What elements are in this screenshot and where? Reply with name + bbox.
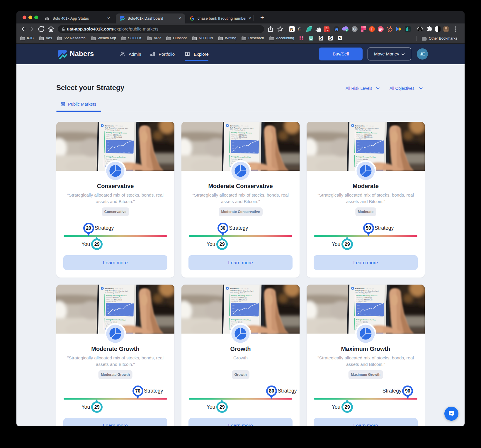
svg-text:N: N [290, 27, 293, 32]
svg-text:20: 20 [327, 29, 329, 32]
svg-text:G: G [353, 27, 356, 31]
svg-text:T: T [371, 27, 373, 31]
svg-text:N: N [339, 36, 341, 40]
svg-text:f?: f? [298, 27, 301, 31]
